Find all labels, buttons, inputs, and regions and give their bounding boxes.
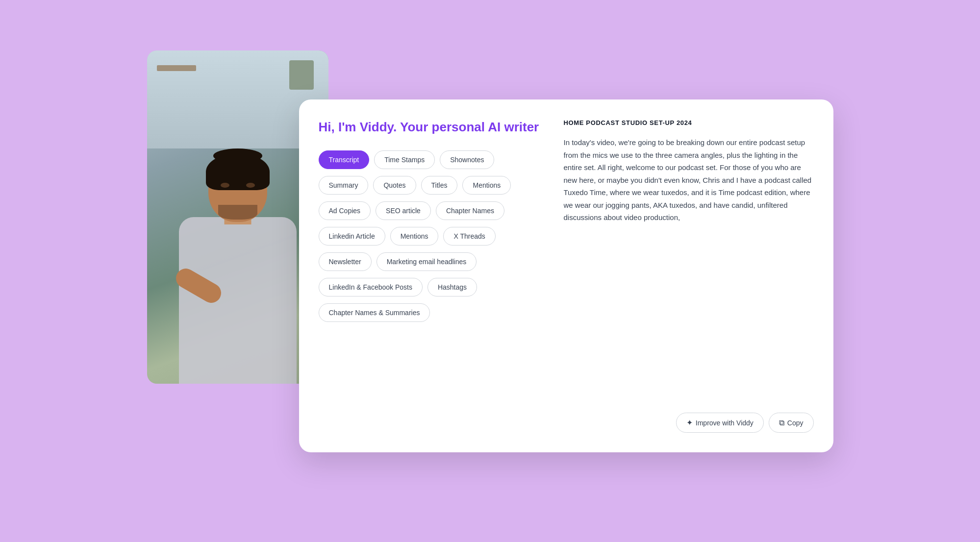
tag-linkedin-article[interactable]: Linkedin Article bbox=[319, 227, 385, 246]
tag-transcript[interactable]: Transcript bbox=[319, 150, 370, 169]
tag-timestamps[interactable]: Time Stamps bbox=[374, 150, 435, 169]
main-card: Hi, I'm Viddy. Your personal AI writer T… bbox=[299, 99, 833, 452]
tag-newsletter[interactable]: Newsletter bbox=[319, 252, 372, 271]
content-body: In today's video, we're going to be brea… bbox=[564, 136, 814, 405]
tag-titles[interactable]: Titles bbox=[421, 176, 458, 195]
greeting-text: Hi, I'm Viddy. Your personal AI writer bbox=[319, 119, 544, 136]
copy-label: Copy bbox=[787, 419, 804, 427]
tags-container: Transcript Time Stamps Shownotes Summary… bbox=[319, 150, 544, 322]
tag-linkedin-facebook[interactable]: LinkedIn & Facebook Posts bbox=[319, 278, 423, 296]
action-buttons: ✦ Improve with Viddy ⧉ Copy bbox=[564, 413, 814, 433]
tag-x-threads[interactable]: X Threads bbox=[443, 227, 495, 246]
tags-row-2: Summary Quotes Titles Mentions bbox=[319, 176, 544, 195]
tags-row-1: Transcript Time Stamps Shownotes bbox=[319, 150, 544, 169]
scene: Hi, I'm Viddy. Your personal AI writer T… bbox=[147, 50, 833, 492]
tags-row-5: Newsletter Marketing email headlines bbox=[319, 252, 544, 271]
tag-mentions-row4[interactable]: Mentions bbox=[390, 227, 439, 246]
improve-label: Improve with Viddy bbox=[696, 419, 754, 427]
copy-icon: ⧉ bbox=[779, 419, 784, 427]
content-title: HOME PODCAST STUDIO SET-UP 2024 bbox=[564, 119, 814, 126]
tag-chapter-names[interactable]: Chapter Names bbox=[436, 201, 504, 220]
left-panel: Hi, I'm Viddy. Your personal AI writer T… bbox=[319, 119, 544, 433]
tag-mentions-row2[interactable]: Mentions bbox=[462, 176, 511, 195]
tag-hashtags[interactable]: Hashtags bbox=[427, 278, 477, 296]
tag-seo-article[interactable]: SEO article bbox=[376, 201, 431, 220]
improve-with-viddy-button[interactable]: ✦ Improve with Viddy bbox=[676, 413, 764, 433]
copy-button[interactable]: ⧉ Copy bbox=[769, 413, 814, 433]
tags-row-4: Linkedin Article Mentions X Threads bbox=[319, 227, 544, 246]
tags-row-6: LinkedIn & Facebook Posts Hashtags bbox=[319, 278, 544, 296]
tags-row-7: Chapter Names & Summaries bbox=[319, 303, 544, 322]
tag-chapter-names-summaries[interactable]: Chapter Names & Summaries bbox=[319, 303, 430, 322]
tag-summary[interactable]: Summary bbox=[319, 176, 369, 195]
tag-quotes[interactable]: Quotes bbox=[373, 176, 416, 195]
right-panel: HOME PODCAST STUDIO SET-UP 2024 In today… bbox=[564, 119, 814, 433]
tags-row-3: Ad Copies SEO article Chapter Names bbox=[319, 201, 544, 220]
tag-ad-copies[interactable]: Ad Copies bbox=[319, 201, 371, 220]
tag-marketing-email[interactable]: Marketing email headlines bbox=[377, 252, 477, 271]
improve-icon: ✦ bbox=[686, 418, 693, 427]
tag-shownotes[interactable]: Shownotes bbox=[440, 150, 494, 169]
